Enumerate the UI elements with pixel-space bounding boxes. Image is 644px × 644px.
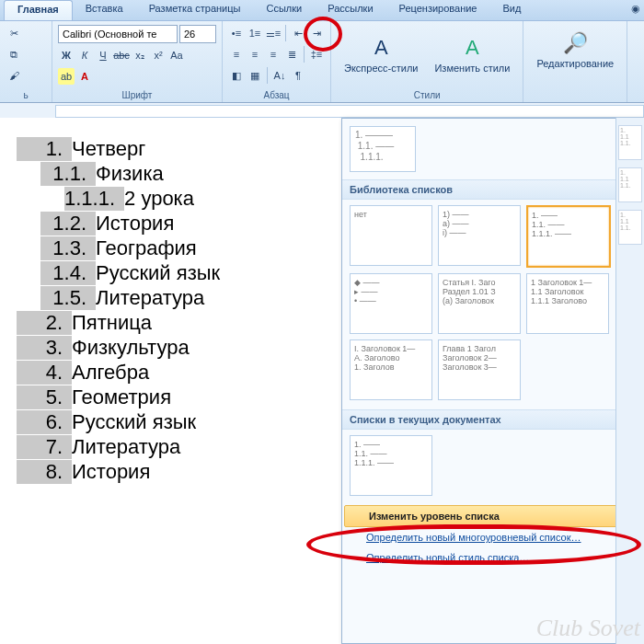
font-color-button[interactable]: A xyxy=(76,68,93,85)
quick-styles-button[interactable]: A Экспресс-стили xyxy=(337,29,425,77)
list-item[interactable]: 6.Русский язык xyxy=(17,410,334,434)
list-item[interactable]: 1.Четверг xyxy=(17,137,334,161)
list-number: 1.3. xyxy=(40,236,96,260)
tab-home[interactable]: Главная xyxy=(4,0,73,20)
list-item[interactable]: 3.Физкультура xyxy=(17,336,334,360)
list-style-tile[interactable]: Глава 1 ЗаголЗаголовок 2—Заголовок 3— xyxy=(438,339,521,400)
tab-page-layout[interactable]: Разметка страницы xyxy=(136,0,254,20)
menu-define-new-list-style[interactable]: Определить новый стиль списка… xyxy=(342,547,643,568)
lists-in-docs-grid: 1. ——1.1. ——1.1.1. —— xyxy=(342,430,643,505)
line-spacing-button[interactable]: ‡≡ xyxy=(308,46,325,63)
change-styles-button[interactable]: A Изменить стили xyxy=(427,29,517,77)
list-text: Геометрия xyxy=(72,385,171,409)
menu-define-new-multilevel-list[interactable]: Определить новый многоуровневый список… xyxy=(342,527,643,547)
help-icon[interactable]: ◉ xyxy=(627,0,644,17)
list-item[interactable]: 7.Литература xyxy=(17,435,334,459)
thumb-preview[interactable]: 1.1.11.1. xyxy=(618,210,642,245)
font-name-combo[interactable]: Calibri (Основной те xyxy=(58,25,178,43)
list-style-tile[interactable]: 1) ——a) —— i) —— xyxy=(438,205,521,266)
list-item[interactable]: 1.5.Литература xyxy=(40,286,334,310)
group-paragraph-label: Абзац xyxy=(228,88,325,100)
tab-view[interactable]: Вид xyxy=(490,0,535,20)
section-list-library: Библиотека списков xyxy=(342,179,643,200)
workspace: 1.Четверг1.1.Физика1.1.1.2 урока1.2.Исто… xyxy=(0,118,644,644)
list-number: 5. xyxy=(17,385,72,409)
list-library-grid: нет1) ——a) —— i) ——1. ——1.1. ——1.1.1. ——… xyxy=(342,200,643,409)
bullets-button[interactable]: •≡ xyxy=(228,25,245,41)
thumb-preview[interactable]: 1.1.11.1. xyxy=(618,125,642,160)
multilevel-list-button[interactable]: ⚌≡ xyxy=(265,25,282,41)
menu-change-list-level[interactable]: Изменить уровень списка ▶ xyxy=(344,505,641,527)
list-style-tile[interactable]: I. Заголовок 1—A. Заголово1. Заголов xyxy=(350,339,432,400)
list-text: Четверг xyxy=(72,137,145,161)
group-styles-label: Стили xyxy=(337,88,517,100)
list-item[interactable]: 2.Пятница xyxy=(17,311,334,335)
justify-button[interactable]: ≣ xyxy=(283,46,300,63)
group-clipboard: ✂ ⧉ 🖌 ь xyxy=(0,21,52,102)
tab-references[interactable]: Ссылки xyxy=(253,0,315,20)
list-number: 1. xyxy=(17,137,72,161)
list-item[interactable]: 1.3.География xyxy=(40,236,334,260)
list-item[interactable]: 4.Алгебра xyxy=(17,361,334,385)
group-font-label: Шрифт xyxy=(58,88,216,100)
ribbon: ✂ ⧉ 🖌 ь Calibri (Основной те 26 Ж К Ч ab… xyxy=(0,21,644,103)
tab-review[interactable]: Рецензирование xyxy=(386,0,490,20)
list-style-tile[interactable]: ◆ ——▸ ——• —— xyxy=(350,273,432,334)
superscript-button[interactable]: x² xyxy=(150,47,167,63)
list-text: Физкультура xyxy=(72,336,190,360)
list-text: Физика xyxy=(96,162,164,186)
list-item[interactable]: 1.4.Русский язык xyxy=(40,261,334,285)
thumb-preview[interactable]: 1.1.11.1. xyxy=(618,167,642,202)
format-painter-icon[interactable]: 🖌 xyxy=(6,67,22,84)
list-style-tile[interactable]: нет xyxy=(350,205,432,266)
group-styles: A Экспресс-стили A Изменить стили Стили xyxy=(331,21,523,102)
cut-icon[interactable]: ✂ xyxy=(6,25,22,41)
numbering-button[interactable]: 1≡ xyxy=(247,25,263,41)
list-style-tile[interactable]: 1. ——1.1. ——1.1.1. —— xyxy=(526,205,611,268)
list-text: Алгебра xyxy=(72,361,149,385)
list-text: Русский язык xyxy=(96,261,220,285)
show-marks-button[interactable]: ¶ xyxy=(290,67,306,84)
list-number: 3. xyxy=(17,336,72,360)
list-item[interactable]: 1.1.1.2 урока xyxy=(64,187,334,211)
group-clipboard-label: ь xyxy=(6,88,46,100)
list-text: История xyxy=(72,460,150,484)
list-item[interactable]: 5.Геометрия xyxy=(17,385,334,409)
shading-button[interactable]: ◧ xyxy=(228,67,245,84)
align-right-button[interactable]: ≡ xyxy=(265,46,282,63)
borders-button[interactable]: ▦ xyxy=(247,67,263,84)
increase-indent-button[interactable]: ⇥ xyxy=(308,25,325,41)
decrease-indent-button[interactable]: ⇤ xyxy=(290,25,306,41)
tab-mailings[interactable]: Рассылки xyxy=(315,0,385,20)
multilevel-list-dropdown: 1. ——— 1.1. —— 1.1.1. Библиотека списков… xyxy=(341,118,644,644)
list-style-tile[interactable]: 1. ——1.1. ——1.1.1. —— xyxy=(350,435,432,496)
tab-insert[interactable]: Вставка xyxy=(73,0,136,20)
list-text: Русский язык xyxy=(72,410,196,434)
strike-button[interactable]: abc xyxy=(113,47,130,63)
styles-gallery-icon: A xyxy=(366,33,396,63)
list-item[interactable]: 8.История xyxy=(17,460,334,484)
change-case-button[interactable]: Aa xyxy=(168,47,185,63)
sort-button[interactable]: A↓ xyxy=(271,67,288,84)
list-style-tile[interactable]: Статья I. ЗагоРаздел 1.01 З(a) Заголовок xyxy=(438,273,521,334)
subscript-button[interactable]: x₂ xyxy=(132,47,148,63)
list-number: 4. xyxy=(17,361,72,385)
highlight-color-button[interactable]: ab xyxy=(58,68,75,85)
italic-button[interactable]: К xyxy=(76,47,93,63)
list-item[interactable]: 1.2.История xyxy=(40,212,334,236)
font-size-combo[interactable]: 26 xyxy=(179,25,216,43)
align-center-button[interactable]: ≡ xyxy=(247,46,263,63)
align-left-button[interactable]: ≡ xyxy=(228,46,245,63)
document-body[interactable]: 1.Четверг1.1.Физика1.1.1.2 урока1.2.Исто… xyxy=(0,118,341,644)
copy-icon[interactable]: ⧉ xyxy=(6,46,22,63)
underline-button[interactable]: Ч xyxy=(95,47,111,63)
list-item[interactable]: 1.1.Физика xyxy=(40,162,334,186)
list-style-tile[interactable]: 1 Заголовок 1—1.1 Заголовок1.1.1 Заголов… xyxy=(526,273,609,334)
bold-button[interactable]: Ж xyxy=(58,47,75,63)
list-number: 8. xyxy=(17,460,72,484)
list-number: 1.5. xyxy=(40,286,96,310)
change-styles-icon: A xyxy=(457,33,487,63)
editing-button[interactable]: 🔎 Редактирование xyxy=(529,25,621,73)
list-text: Литература xyxy=(72,435,180,459)
list-number: 6. xyxy=(17,410,72,434)
